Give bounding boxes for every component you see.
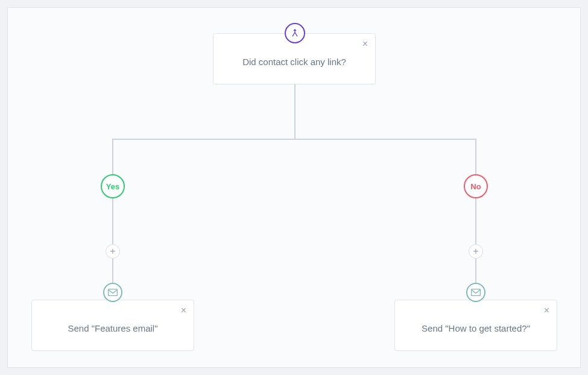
close-icon[interactable]: ×: [544, 305, 549, 316]
connector-line: [112, 139, 476, 140]
add-step-no-button[interactable]: +: [469, 244, 483, 259]
workflow-canvas[interactable]: × Did contact click any link? Yes + × Se…: [7, 7, 581, 368]
no-action-node[interactable]: × Send "How to get started?": [394, 300, 557, 351]
close-icon[interactable]: ×: [181, 305, 186, 316]
svg-rect-0: [109, 289, 118, 296]
no-action-label: Send "How to get started?": [422, 323, 530, 333]
no-label: No: [470, 182, 481, 191]
add-step-yes-button[interactable]: +: [106, 244, 120, 259]
svg-rect-1: [472, 289, 481, 296]
branch-yes-badge: Yes: [101, 174, 125, 198]
connector-line: [475, 139, 476, 307]
yes-action-node[interactable]: × Send "Features email": [31, 300, 194, 351]
branch-no-badge: No: [464, 174, 488, 198]
yes-label: Yes: [106, 182, 119, 191]
close-icon[interactable]: ×: [362, 39, 368, 49]
email-icon: [103, 283, 122, 302]
yes-action-label: Send "Features email": [68, 323, 157, 333]
email-icon: [466, 283, 485, 302]
connector-line: [112, 139, 113, 307]
decision-label: Did contact click any link?: [242, 57, 346, 67]
connector-line: [294, 83, 296, 139]
split-icon: [285, 23, 305, 43]
